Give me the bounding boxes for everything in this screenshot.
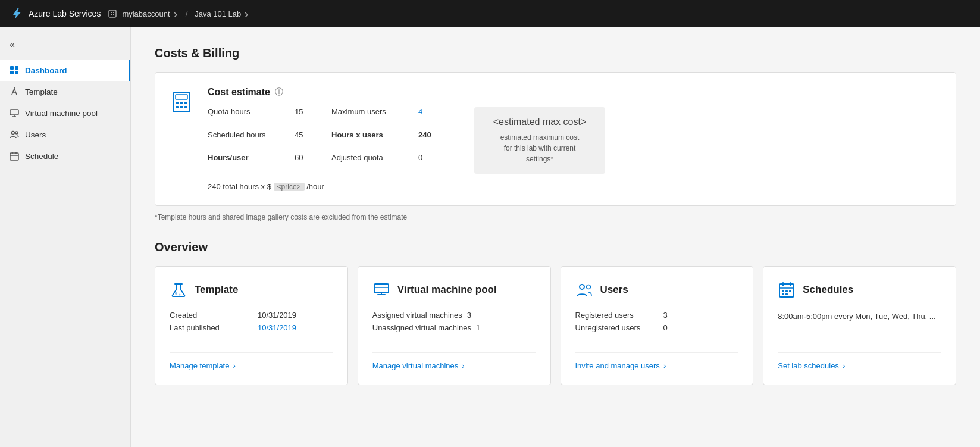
scheduled-hours-value: 45 xyxy=(295,130,303,151)
scheduled-hours-label: Scheduled hours xyxy=(208,130,285,151)
sidebar-collapse-button[interactable]: « xyxy=(0,35,130,55)
sidebar-item-dashboard[interactable]: Dashboard xyxy=(0,60,130,81)
overview-card-template-title: Template xyxy=(195,284,238,296)
svg-rect-44 xyxy=(782,293,784,295)
sidebar-item-template-label: Template xyxy=(25,87,58,96)
overview-title: Overview xyxy=(155,240,956,254)
vm-assigned-value: 3 xyxy=(467,311,471,320)
manage-vms-link[interactable]: Manage virtual machines › xyxy=(372,352,536,370)
sidebar-item-vm-pool[interactable]: Virtual machine pool xyxy=(0,102,130,124)
set-lab-schedules-link[interactable]: Set lab schedules › xyxy=(778,352,941,370)
registered-users-label: Registered users xyxy=(575,311,659,320)
svg-rect-7 xyxy=(10,71,14,74)
costs-billing-title: Costs & Billing xyxy=(155,46,956,60)
svg-rect-3 xyxy=(111,14,112,15)
set-schedules-arrow-icon: › xyxy=(843,361,845,370)
sidebar-item-users[interactable]: Users xyxy=(0,124,130,145)
svg-rect-4 xyxy=(113,14,114,15)
template-published-label: Last published xyxy=(170,323,253,332)
sidebar-item-users-label: Users xyxy=(25,130,46,139)
template-created-row: Created 10/31/2019 xyxy=(170,311,333,320)
cost-details-grid: Quota hours 15 Maximum users 4 Scheduled… xyxy=(208,107,450,174)
hours-x-users-label: Hours x users xyxy=(331,130,409,151)
info-icon[interactable]: ⓘ xyxy=(275,87,283,98)
registered-users-row: Registered users 3 xyxy=(575,311,739,320)
svg-rect-26 xyxy=(180,106,183,108)
svg-rect-11 xyxy=(10,110,18,115)
registered-users-value: 3 xyxy=(663,311,668,320)
sidebar-item-schedule[interactable]: Schedule xyxy=(0,145,130,167)
breadcrumb: mylabaccount / Java 101 Lab xyxy=(108,9,249,18)
overview-card-vm-pool-title: Virtual machine pool xyxy=(397,284,497,296)
overview-card-template-body: Created 10/31/2019 Last published 10/31/… xyxy=(170,311,333,343)
users-overview-icon xyxy=(575,281,593,299)
account-breadcrumb[interactable]: mylabaccount xyxy=(122,10,178,18)
overview-card-schedules: Schedules 8:00am-5:00pm every Mon, Tue, … xyxy=(763,266,956,385)
svg-rect-1 xyxy=(111,12,112,13)
adjusted-quota-value: 0 xyxy=(418,153,422,174)
monitor-icon xyxy=(10,108,19,118)
overview-card-vm-pool-header: Virtual machine pool xyxy=(372,281,536,299)
hours-x-users-value: 240 xyxy=(418,130,431,151)
manage-vms-arrow-icon: › xyxy=(462,361,464,370)
price-placeholder: <price> xyxy=(274,183,305,191)
svg-rect-5 xyxy=(10,66,14,70)
max-users-value: 4 xyxy=(418,107,422,128)
svg-rect-42 xyxy=(785,290,788,292)
svg-point-15 xyxy=(15,132,18,134)
overview-card-users: Users Registered users 3 Unregistered us… xyxy=(561,266,754,385)
svg-rect-8 xyxy=(15,71,18,74)
svg-rect-6 xyxy=(15,66,18,70)
manage-template-arrow-icon: › xyxy=(233,361,235,370)
quota-hours-value: 15 xyxy=(295,107,303,128)
sidebar-item-vm-pool-label: Virtual machine pool xyxy=(25,109,98,118)
account-icon xyxy=(108,9,117,18)
overview-card-users-title: Users xyxy=(600,284,628,296)
unregistered-users-label: Unregistered users xyxy=(575,323,659,332)
overview-card-template: Template Created 10/31/2019 Last publish… xyxy=(155,266,348,385)
app-container: « Dashboard Template xyxy=(0,27,980,447)
invite-manage-users-link[interactable]: Invite and manage users › xyxy=(575,352,739,370)
svg-rect-16 xyxy=(10,153,18,160)
svg-rect-21 xyxy=(176,95,187,99)
template-published-value: 10/31/2019 xyxy=(258,323,296,332)
overview-card-schedules-header: Schedules xyxy=(778,281,941,299)
max-users-label: Maximum users xyxy=(331,107,409,128)
unregistered-users-value: 0 xyxy=(663,323,668,332)
vm-unassigned-value: 1 xyxy=(476,323,480,332)
template-created-value: 10/31/2019 xyxy=(258,311,296,320)
top-navigation: Azure Lab Services mylabaccount / Java 1… xyxy=(0,0,980,27)
svg-rect-45 xyxy=(785,293,788,295)
flask-icon xyxy=(170,281,187,299)
svg-rect-31 xyxy=(374,284,389,293)
svg-rect-23 xyxy=(180,102,183,104)
svg-point-14 xyxy=(12,132,15,135)
invite-users-arrow-icon: › xyxy=(663,361,666,370)
vm-assigned-label: Assigned virtual machines xyxy=(372,311,462,320)
overview-card-vm-pool: Virtual machine pool Assigned virtual ma… xyxy=(358,266,551,385)
dashboard-icon xyxy=(10,65,19,75)
sidebar-item-dashboard-label: Dashboard xyxy=(25,66,67,75)
max-cost-label: <estimated max cost> xyxy=(489,117,591,127)
sidebar-item-schedule-label: Schedule xyxy=(25,152,58,161)
cost-row-hours-x-users: Hours x users 240 xyxy=(331,130,450,151)
cost-row-scheduled: Scheduled hours 45 xyxy=(208,130,327,151)
calendar-icon xyxy=(10,151,19,161)
users-icon xyxy=(10,130,19,139)
sidebar-item-template[interactable]: Template xyxy=(0,81,130,102)
svg-rect-0 xyxy=(109,10,116,17)
overview-card-users-header: Users xyxy=(575,281,739,299)
svg-rect-2 xyxy=(113,12,114,13)
hours-per-user-value: 60 xyxy=(295,153,303,174)
overview-card-template-header: Template xyxy=(170,281,333,299)
template-created-label: Created xyxy=(170,311,253,320)
max-cost-desc: estimated maximum costfor this lab with … xyxy=(489,132,591,164)
manage-template-link[interactable]: Manage template › xyxy=(170,352,333,370)
quota-hours-label: Quota hours xyxy=(208,107,285,128)
lab-breadcrumb[interactable]: Java 101 Lab xyxy=(195,10,249,18)
svg-rect-25 xyxy=(176,106,179,108)
svg-rect-24 xyxy=(184,102,187,104)
unregistered-users-row: Unregistered users 0 xyxy=(575,323,739,332)
cost-row-quota: Quota hours 15 xyxy=(208,107,327,128)
schedules-overview-icon xyxy=(778,281,796,299)
